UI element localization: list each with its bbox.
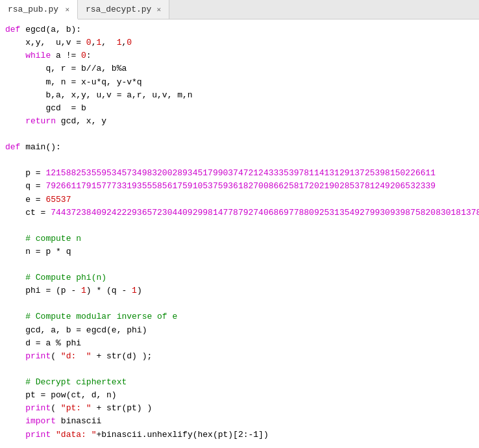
line-content: p = 121588253559534573498320028934517990…	[3, 167, 436, 180]
line-content: def main():	[3, 141, 61, 154]
line-item: # Decrypt ciphertext	[3, 376, 479, 389]
token-kw: def	[5, 142, 25, 152]
line-item: phi = (p - 1) * (q - 1)	[3, 284, 479, 297]
line-content: gcd, a, b = egcd(e, phi)	[3, 324, 147, 337]
line-item: print( "d: " + str(d) );	[3, 350, 479, 363]
line-item: m, n = x-u*q, y-v*q	[3, 76, 479, 89]
line-item: print "data: "+binascii.unhexlify(hex(pt…	[3, 429, 479, 442]
close-icon-tab2[interactable]: ✕	[156, 5, 161, 14]
line-content: x,y, u,v = 0,1, 1,0	[3, 36, 132, 49]
token-plain: p =	[25, 168, 45, 178]
line-item: n = p * q	[3, 245, 479, 258]
token-plain: :	[86, 51, 92, 60]
token-cmt: # Compute modular inverse of e	[25, 312, 177, 321]
line-content: print( "pt: " + str(pt) )	[3, 402, 152, 415]
line-item	[3, 154, 479, 167]
token-plain: m, n = x-u*q, y-v*q	[45, 77, 141, 87]
line-item	[3, 363, 479, 376]
line-content: # Compute phi(n)	[3, 271, 106, 284]
line-content: print( "d: " + str(d) );	[3, 350, 152, 363]
line-item: gcd = b	[3, 102, 479, 115]
line-item: print( "pt: " + str(pt) )	[3, 402, 479, 415]
line-item: ct = 74437238409242229365723044092998147…	[3, 206, 479, 219]
token-longnum: 7443723840924222936572304409299814778792…	[51, 208, 479, 218]
line-content: e = 65537	[3, 193, 71, 206]
token-builtin: print	[25, 403, 51, 413]
token-plain: ,	[101, 38, 116, 47]
token-builtin: print	[25, 351, 51, 361]
line-item: p = 121588253559534573498320028934517990…	[3, 167, 479, 180]
token-longnum: 7926611791577733193555856175910537593618…	[45, 181, 436, 191]
line-item: q = 792661179157773319355585617591053759…	[3, 180, 479, 193]
line-content: q = 792661179157773319355585617591053759…	[3, 180, 436, 193]
line-content: pt = pow(ct, d, n)	[3, 389, 117, 402]
line-item	[3, 219, 479, 232]
token-plain: + str(pt) )	[92, 403, 153, 413]
line-content: # Decrypt ciphertext	[3, 376, 127, 389]
token-plain: x,y, u,v =	[25, 38, 86, 47]
token-plain: binascii	[61, 416, 101, 426]
line-content	[3, 363, 5, 376]
line-content: ct = 74437238409242229365723044092998147…	[3, 206, 479, 219]
token-plain: q, r = b//a, b%a	[45, 64, 127, 73]
token-longnum: 1215882535595345734983200289345179903747…	[45, 168, 436, 178]
token-builtin: print	[25, 430, 56, 440]
line-item: # Compute phi(n)	[3, 271, 479, 284]
token-kw: def	[5, 25, 25, 34]
token-plain: pt = pow(ct, d, n)	[25, 390, 116, 400]
token-num: 1	[81, 286, 86, 295]
token-plain: (	[51, 403, 61, 413]
token-plain: e =	[25, 195, 45, 205]
line-item: # Compute modular inverse of e	[3, 310, 479, 323]
line-item: e = 65537	[3, 193, 479, 206]
line-item: gcd, a, b = egcd(e, phi)	[3, 324, 479, 337]
line-item	[3, 258, 479, 271]
line-content	[3, 219, 5, 232]
token-kw: return	[25, 116, 61, 126]
token-cmt: # Compute phi(n)	[25, 273, 106, 282]
tab-bar: rsa_pub.py ✕ rsa_decypt.py ✕	[0, 0, 479, 19]
line-content: # compute n	[3, 232, 81, 245]
tab-rsa-decypt-label: rsa_decypt.py	[86, 5, 151, 14]
line-content: print "data: "+binascii.unhexlify(hex(pt…	[3, 429, 269, 442]
token-strlit: "d: "	[61, 351, 92, 361]
token-plain: + str(d) );	[92, 351, 153, 361]
token-plain: ct =	[25, 208, 51, 218]
token-plain: phi = (p -	[25, 286, 81, 295]
token-cmt: # Decrypt ciphertext	[25, 377, 127, 387]
token-plain: ) * (q -	[86, 286, 132, 295]
tab-rsa-pub[interactable]: rsa_pub.py ✕	[0, 0, 78, 19]
line-item: x,y, u,v = 0,1, 1,0	[3, 36, 479, 49]
line-content: q, r = b//a, b%a	[3, 62, 127, 75]
line-content	[3, 297, 5, 310]
line-content: while a != 0:	[3, 49, 92, 62]
line-content: return gcd, x, y	[3, 115, 106, 128]
line-item: # compute n	[3, 232, 479, 245]
token-strlit: "data: "	[56, 430, 96, 440]
line-content	[3, 442, 5, 448]
line-item: def egcd(a, b):	[3, 23, 479, 36]
line-content	[3, 258, 5, 271]
line-content: import binascii	[3, 415, 101, 428]
line-item: return gcd, x, y	[3, 115, 479, 128]
token-kw: while	[25, 51, 56, 60]
line-item	[3, 297, 479, 310]
line-item	[3, 128, 479, 141]
close-icon-tab1[interactable]: ✕	[65, 5, 69, 14]
token-num: 1	[117, 38, 122, 47]
line-content: phi = (p - 1) * (q - 1)	[3, 284, 142, 297]
token-cmt: # compute n	[25, 234, 81, 243]
token-plain: main():	[25, 142, 61, 152]
token-plain: gcd = b	[45, 103, 86, 113]
line-content: n = p * q	[3, 245, 71, 258]
token-plain: d = a % phi	[25, 338, 81, 348]
token-strlit: "pt: "	[61, 403, 92, 413]
token-num: 65537	[45, 195, 71, 205]
token-plain: +binascii.unhexlify(hex(pt)[2:-1])	[96, 430, 268, 440]
line-item: d = a % phi	[3, 337, 479, 350]
token-plain: (	[51, 351, 61, 361]
token-plain: a !=	[56, 51, 81, 60]
line-item	[3, 442, 479, 448]
tab-rsa-decypt[interactable]: rsa_decypt.py ✕	[78, 0, 169, 19]
token-num: 0	[81, 51, 86, 60]
